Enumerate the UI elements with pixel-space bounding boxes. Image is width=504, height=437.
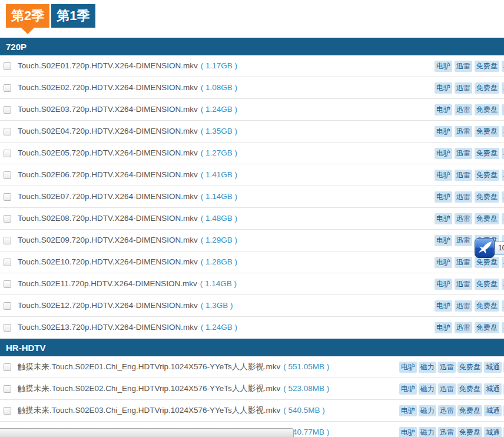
- file-size[interactable]: ( 1.41GB ): [201, 170, 237, 179]
- download-button[interactable]: 小: [502, 126, 504, 137]
- download-button[interactable]: 小: [502, 104, 504, 115]
- file-checkbox[interactable]: [4, 280, 11, 288]
- download-button[interactable]: 电驴: [435, 148, 452, 159]
- file-checkbox[interactable]: [4, 259, 11, 266]
- file-checkbox[interactable]: [4, 62, 11, 70]
- download-button[interactable]: 磁力: [419, 362, 436, 373]
- download-button[interactable]: 迅雷: [455, 257, 472, 268]
- file-size[interactable]: ( 1.48GB ): [201, 214, 237, 223]
- xunlei-bird-icon[interactable]: [475, 238, 495, 258]
- file-checkbox[interactable]: [4, 385, 11, 393]
- file-checkbox[interactable]: [4, 171, 11, 179]
- download-button[interactable]: 免费盘: [475, 82, 499, 94]
- download-button[interactable]: 小: [502, 213, 504, 224]
- download-button[interactable]: 迅雷: [438, 427, 456, 437]
- download-button[interactable]: 免费盘: [475, 279, 499, 290]
- download-button[interactable]: 电驴: [435, 82, 452, 94]
- download-button[interactable]: 免费盘: [457, 383, 482, 395]
- download-button[interactable]: 迅雷: [455, 104, 472, 115]
- download-button[interactable]: 电驴: [399, 427, 417, 437]
- download-button[interactable]: 免费盘: [475, 126, 499, 137]
- download-button[interactable]: 小: [502, 61, 504, 72]
- download-button[interactable]: 免费盘: [475, 322, 499, 333]
- file-checkbox[interactable]: [4, 128, 11, 135]
- download-button[interactable]: 城通: [484, 383, 502, 395]
- file-checkbox[interactable]: [4, 106, 11, 114]
- download-button[interactable]: 城通: [484, 427, 502, 437]
- download-button[interactable]: 电驴: [399, 383, 417, 395]
- file-size[interactable]: ( 1.24GB ): [201, 323, 237, 332]
- download-button[interactable]: 电驴: [435, 170, 452, 181]
- file-checkbox[interactable]: [4, 324, 11, 332]
- download-button[interactable]: 电驴: [399, 362, 417, 373]
- download-button[interactable]: 磁力: [419, 383, 436, 395]
- file-checkbox[interactable]: [4, 193, 11, 201]
- download-button[interactable]: 城通: [484, 362, 502, 373]
- download-button[interactable]: 小: [502, 191, 504, 203]
- file-size[interactable]: ( 1.35GB ): [201, 127, 237, 135]
- file-checkbox[interactable]: [4, 150, 11, 157]
- download-button[interactable]: 小: [502, 170, 504, 181]
- download-button[interactable]: 免费盘: [457, 362, 482, 373]
- download-button[interactable]: 电驴: [435, 61, 452, 72]
- file-size[interactable]: ( 540.5MB ): [283, 406, 325, 415]
- download-button[interactable]: 电驴: [435, 213, 452, 224]
- file-checkbox[interactable]: [4, 407, 11, 415]
- file-size[interactable]: ( 1.24GB ): [201, 105, 237, 114]
- download-button[interactable]: 小: [502, 82, 504, 94]
- file-size[interactable]: ( 1.28GB ): [201, 257, 237, 266]
- download-button[interactable]: 小: [502, 279, 504, 290]
- download-button[interactable]: 电驴: [435, 300, 452, 312]
- download-button[interactable]: 磁力: [419, 427, 436, 437]
- file-checkbox[interactable]: [4, 302, 11, 310]
- download-button[interactable]: 免费盘: [475, 170, 499, 181]
- download-button[interactable]: 迅雷: [455, 322, 472, 333]
- download-button[interactable]: 迅雷: [438, 405, 456, 416]
- download-button[interactable]: 电驴: [435, 126, 452, 137]
- download-button[interactable]: 免费盘: [457, 427, 482, 437]
- download-button[interactable]: 电驴: [435, 104, 452, 115]
- download-button[interactable]: 城通: [484, 405, 502, 416]
- download-button[interactable]: 迅雷: [455, 61, 472, 72]
- download-button[interactable]: 免费盘: [475, 191, 499, 203]
- file-checkbox[interactable]: [4, 237, 11, 244]
- download-button[interactable]: 免费盘: [475, 300, 499, 312]
- download-button[interactable]: 迅雷: [455, 279, 472, 290]
- download-button[interactable]: 电驴: [435, 279, 452, 290]
- download-button[interactable]: 电驴: [435, 257, 452, 268]
- file-size[interactable]: ( 1.14GB ): [201, 192, 237, 201]
- file-size[interactable]: ( 1.27GB ): [201, 148, 237, 157]
- file-checkbox[interactable]: [4, 363, 11, 371]
- download-button[interactable]: 免费盘: [475, 104, 499, 115]
- download-button[interactable]: 迅雷: [455, 170, 472, 181]
- download-button[interactable]: 小: [502, 322, 504, 333]
- download-button[interactable]: 磁力: [419, 405, 436, 416]
- download-button[interactable]: 电驴: [435, 191, 452, 203]
- download-button[interactable]: 迅雷: [438, 362, 456, 373]
- download-button[interactable]: 小: [502, 148, 504, 159]
- file-checkbox[interactable]: [4, 215, 11, 223]
- download-button[interactable]: 免费盘: [457, 405, 482, 416]
- download-button[interactable]: 小: [502, 300, 504, 312]
- file-size[interactable]: ( 551.05MB ): [283, 362, 329, 371]
- download-button[interactable]: 迅雷: [455, 126, 472, 137]
- download-button[interactable]: 小: [502, 257, 504, 268]
- download-button[interactable]: 电驴: [435, 235, 452, 246]
- download-button[interactable]: 迅雷: [455, 213, 472, 224]
- download-button[interactable]: 电驴: [399, 405, 417, 416]
- download-button[interactable]: 免费盘: [475, 148, 499, 159]
- file-size[interactable]: ( 1.29GB ): [201, 236, 237, 244]
- file-size[interactable]: ( 1.3GB ): [201, 301, 233, 310]
- download-button[interactable]: 迅雷: [455, 235, 472, 246]
- download-button[interactable]: 迅雷: [455, 191, 472, 203]
- download-button[interactable]: 迅雷: [455, 82, 472, 94]
- file-checkbox[interactable]: [4, 84, 11, 92]
- download-button[interactable]: 免费盘: [475, 61, 499, 72]
- file-size[interactable]: ( 1.14GB ): [200, 279, 237, 288]
- tab-season-2[interactable]: 第2季: [6, 4, 49, 28]
- file-size[interactable]: ( 523.08MB ): [283, 384, 329, 393]
- download-button[interactable]: 电驴: [435, 322, 452, 333]
- download-button[interactable]: 迅雷: [455, 148, 472, 159]
- download-button[interactable]: 迅雷: [438, 383, 456, 395]
- file-size[interactable]: ( 1.17GB ): [201, 61, 237, 70]
